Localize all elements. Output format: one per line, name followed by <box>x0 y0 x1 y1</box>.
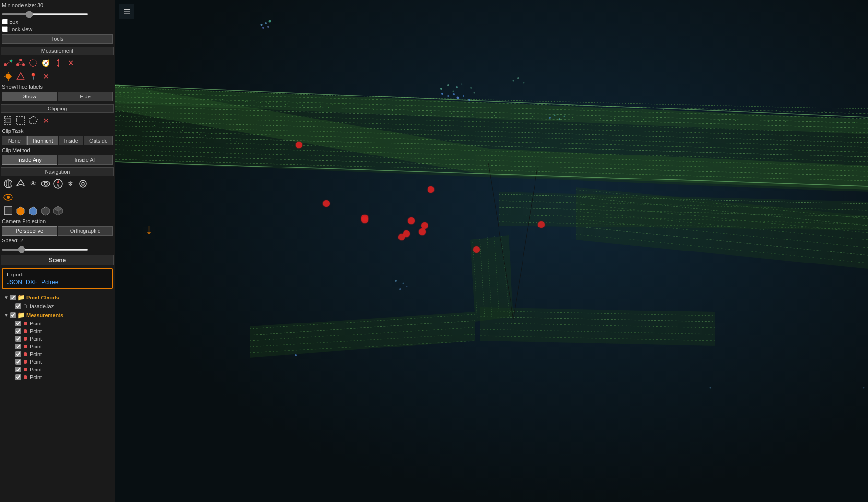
svg-point-11 <box>6 74 11 79</box>
box-label: Box <box>9 19 18 24</box>
measure-compass-icon[interactable]: 🧭 <box>40 58 51 68</box>
box-checkbox[interactable] <box>2 19 8 24</box>
tree-point-clouds-folder[interactable]: ▼ 📁 Point Clouds <box>2 293 113 302</box>
viewport[interactable]: ☰ <box>115 0 868 502</box>
point8-checkbox[interactable] <box>15 374 21 380</box>
nav-compass-icon[interactable] <box>53 179 63 189</box>
clip-none-btn[interactable]: None <box>2 136 27 145</box>
svg-rect-36 <box>4 207 12 215</box>
nav-snowflake-icon[interactable]: ❄ <box>65 179 76 189</box>
view-top-icon[interactable] <box>28 205 38 216</box>
export-dxf-link[interactable]: DXF <box>26 279 37 286</box>
view-iso-icon[interactable] <box>15 205 26 216</box>
svg-marker-39 <box>42 207 49 215</box>
min-node-size-slider[interactable] <box>2 13 88 15</box>
svg-point-286 <box>265 22 267 24</box>
svg-point-31 <box>82 182 84 185</box>
export-links: JSON DXF Potree <box>7 279 108 286</box>
tree-measurements-folder[interactable]: ▼ 📁 Measurements <box>2 311 113 320</box>
svg-point-7 <box>30 60 36 66</box>
measurement-header: Measurement <box>1 47 114 55</box>
tree-point-5[interactable]: Point <box>2 350 113 358</box>
svg-point-324 <box>428 186 434 193</box>
measure-circle-icon[interactable] <box>28 58 38 68</box>
point-clouds-checkbox[interactable] <box>10 295 16 300</box>
nav-eye2-icon[interactable] <box>3 192 13 203</box>
svg-point-317 <box>296 142 302 148</box>
svg-point-316 <box>863 387 865 389</box>
nav-orbit-icon[interactable] <box>40 179 51 189</box>
clip-outside-btn[interactable]: Outside <box>84 136 113 145</box>
svg-point-318 <box>323 200 330 207</box>
svg-rect-221 <box>663 109 664 110</box>
tree-point-4[interactable]: Point <box>2 343 113 350</box>
clip-poly-icon[interactable] <box>28 115 38 126</box>
svg-point-301 <box>447 95 449 97</box>
tree-fasade-file[interactable]: 🗋 fasade.laz <box>2 302 113 311</box>
point1-checkbox[interactable] <box>15 321 21 326</box>
measure-angle-icon[interactable] <box>15 71 26 82</box>
clip-box-icon[interactable] <box>3 115 13 126</box>
point1-label: Point <box>30 321 42 326</box>
svg-marker-37 <box>17 207 24 215</box>
point4-checkbox[interactable] <box>15 344 21 349</box>
svg-point-35 <box>7 196 10 199</box>
nav-earth-icon[interactable] <box>3 179 13 189</box>
tree-point-3[interactable]: Point <box>2 335 113 343</box>
hide-button[interactable]: Hide <box>58 92 113 101</box>
svg-point-320 <box>408 217 415 224</box>
collapse-point-clouds-icon[interactable]: ▼ <box>4 295 9 300</box>
svg-point-294 <box>461 84 463 85</box>
point7-checkbox[interactable] <box>15 367 21 372</box>
clip-inside-btn[interactable]: Inside <box>59 136 83 145</box>
point5-dot-icon <box>24 352 27 356</box>
export-json-link[interactable]: JSON <box>7 279 22 286</box>
point2-checkbox[interactable] <box>15 328 21 334</box>
measure-area-icon[interactable] <box>15 58 26 68</box>
export-potree-link[interactable]: Potree <box>41 279 58 286</box>
nav-target-icon[interactable] <box>78 179 88 189</box>
svg-point-321 <box>421 222 428 229</box>
perspective-btn[interactable]: Perspective <box>2 226 57 236</box>
lock-view-checkbox[interactable] <box>2 26 8 32</box>
view-front-icon[interactable] <box>3 205 13 216</box>
orthographic-btn[interactable]: Orthographic <box>58 226 113 236</box>
nav-eye-icon[interactable]: 👁 <box>28 179 38 189</box>
measure-distance-icon[interactable] <box>3 58 13 68</box>
measurements-checkbox[interactable] <box>10 312 16 318</box>
clip-inside-any-btn[interactable]: Inside Any <box>2 155 57 165</box>
svg-point-302 <box>453 93 455 95</box>
tree-point-7[interactable]: Point <box>2 366 113 373</box>
point3-checkbox[interactable] <box>15 336 21 342</box>
point1-dot-icon <box>24 322 27 325</box>
clip-sphere-icon[interactable] <box>15 115 26 126</box>
view-3d-icon[interactable] <box>53 205 63 216</box>
tree-point-8[interactable]: Point <box>2 373 113 381</box>
point5-checkbox[interactable] <box>15 351 21 357</box>
collapse-measurements-icon[interactable]: ▼ <box>4 312 9 318</box>
svg-marker-38 <box>29 207 37 215</box>
clip-clear-icon[interactable]: ✕ <box>40 115 51 126</box>
measure-height-icon[interactable] <box>53 58 63 68</box>
speed-slider[interactable] <box>2 249 88 251</box>
fasade-checkbox[interactable] <box>15 303 21 309</box>
clip-highlight-btn[interactable]: Highlight <box>27 136 59 145</box>
tree-point-1[interactable]: Point <box>2 320 113 327</box>
measure-cross-icon[interactable]: ✕ <box>65 58 76 68</box>
measure-pin-icon[interactable]: 📍 <box>28 71 38 82</box>
svg-point-307 <box>554 115 556 116</box>
point6-checkbox[interactable] <box>15 359 21 365</box>
show-button[interactable]: Show <box>2 92 57 101</box>
measurements-folder-icon: 📁 <box>17 311 25 319</box>
menu-button[interactable]: ☰ <box>119 4 134 19</box>
measure-sun-icon[interactable] <box>3 71 13 82</box>
point2-label: Point <box>30 328 42 334</box>
tree-point-6[interactable]: Point <box>2 358 113 366</box>
tools-button[interactable]: Tools <box>2 34 113 44</box>
tree-point-2[interactable]: Point <box>2 327 113 335</box>
clip-inside-all-btn[interactable]: Inside All <box>58 155 113 165</box>
view-side-icon[interactable] <box>40 205 51 216</box>
measure-clear-icon[interactable]: ✕ <box>40 71 51 82</box>
svg-point-326 <box>398 234 405 240</box>
nav-fly-icon[interactable] <box>15 179 26 189</box>
